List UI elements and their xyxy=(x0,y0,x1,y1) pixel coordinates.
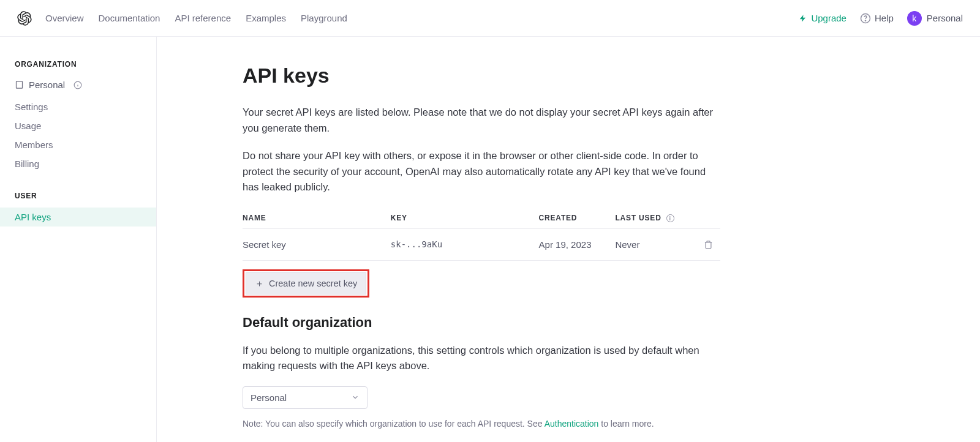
nav-overview[interactable]: Overview xyxy=(45,13,84,23)
upgrade-label: Upgrade xyxy=(811,13,846,23)
note-suffix: to learn more. xyxy=(598,419,654,429)
page-desc-1: Your secret API keys are listed below. P… xyxy=(243,105,720,136)
upgrade-link[interactable]: Upgrade xyxy=(799,13,846,23)
note-prefix: Note: You can also specify which organiz… xyxy=(243,419,545,429)
help-icon xyxy=(860,13,871,24)
sidebar: ORGANIZATION Personal Settings Usage Mem… xyxy=(0,37,157,442)
account-menu[interactable]: k Personal xyxy=(907,11,963,26)
account-label: Personal xyxy=(927,13,963,23)
cell-name: Secret key xyxy=(243,228,391,260)
avatar: k xyxy=(907,11,922,26)
bolt-icon xyxy=(799,14,807,23)
create-button-label: Create new secret key xyxy=(269,279,357,288)
svg-point-1 xyxy=(865,20,865,21)
openai-logo-icon[interactable] xyxy=(17,11,32,26)
nav-right: Upgrade Help k Personal xyxy=(799,11,963,26)
nav-api-reference[interactable]: API reference xyxy=(175,13,231,23)
authentication-link[interactable]: Authentication xyxy=(545,419,599,429)
sidebar-item-api-keys[interactable]: API keys xyxy=(0,208,156,227)
svg-rect-2 xyxy=(17,81,23,88)
info-icon xyxy=(74,81,82,89)
delete-key-button[interactable] xyxy=(701,238,715,252)
chevron-down-icon xyxy=(351,393,360,402)
cell-created: Apr 19, 2023 xyxy=(539,228,616,260)
building-icon xyxy=(15,80,24,89)
sidebar-org-selector[interactable]: Personal xyxy=(0,76,156,97)
create-key-highlight: ＋ Create new secret key xyxy=(243,269,369,298)
sidebar-item-settings[interactable]: Settings xyxy=(0,97,156,116)
info-icon[interactable]: i xyxy=(666,214,674,222)
sidebar-item-billing[interactable]: Billing xyxy=(0,154,156,173)
nav-documentation[interactable]: Documentation xyxy=(99,13,160,23)
main-content: API keys Your secret API keys are listed… xyxy=(157,37,980,442)
th-last-used: LAST USED i xyxy=(615,208,701,229)
trash-icon xyxy=(704,240,713,249)
th-key: KEY xyxy=(391,208,539,229)
top-nav: Overview Documentation API reference Exa… xyxy=(0,0,980,37)
th-name: NAME xyxy=(243,208,391,229)
sidebar-item-usage[interactable]: Usage xyxy=(0,116,156,135)
help-link[interactable]: Help xyxy=(860,13,894,24)
sidebar-item-members[interactable]: Members xyxy=(0,135,156,154)
page-desc-2: Do not share your API key with others, o… xyxy=(243,148,720,195)
cell-key: sk-...9aKu xyxy=(391,228,539,260)
default-org-desc: If you belong to multiple organizations,… xyxy=(243,343,720,374)
th-created: CREATED xyxy=(539,208,616,229)
sidebar-org-name: Personal xyxy=(29,80,65,90)
help-label: Help xyxy=(875,13,894,23)
select-value: Personal xyxy=(251,392,287,403)
default-org-title: Default organization xyxy=(243,315,720,331)
nav-playground[interactable]: Playground xyxy=(301,13,347,23)
default-org-note: Note: You can also specify which organiz… xyxy=(243,419,720,429)
create-secret-key-button[interactable]: ＋ Create new secret key xyxy=(246,272,366,294)
table-row: Secret key sk-...9aKu Apr 19, 2023 Never xyxy=(243,228,720,260)
nav-examples[interactable]: Examples xyxy=(246,13,286,23)
th-last-used-label: LAST USED xyxy=(615,214,661,222)
api-keys-table: NAME KEY CREATED LAST USED i Secret key … xyxy=(243,208,720,261)
cell-last-used: Never xyxy=(615,228,701,260)
default-org-select[interactable]: Personal xyxy=(243,386,368,409)
page-title: API keys xyxy=(243,64,720,88)
nav-links: Overview Documentation API reference Exa… xyxy=(45,13,347,23)
plus-icon: ＋ xyxy=(255,279,264,288)
sidebar-user-heading: USER xyxy=(0,192,156,208)
sidebar-org-heading: ORGANIZATION xyxy=(0,60,156,76)
